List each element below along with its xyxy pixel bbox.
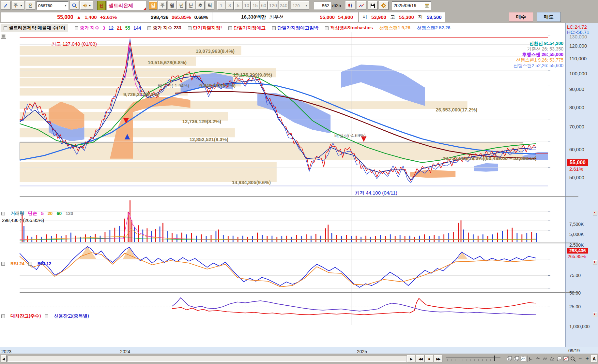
minute-button-1[interactable]: 1	[217, 1, 225, 10]
fibonacci-tool-icon[interactable]	[549, 356, 555, 362]
sell-button[interactable]: 매도	[537, 12, 561, 22]
checkbox-icon[interactable]	[228, 26, 232, 30]
pen-tool-icon[interactable]	[1, 1, 10, 10]
checkbox-icon[interactable]	[272, 26, 276, 30]
checkbox-icon[interactable]	[75, 26, 78, 30]
sound-button[interactable]: ▼	[80, 1, 93, 10]
minute-button-120[interactable]: 120	[268, 1, 278, 10]
bottom-toolbar: ◀ ▶ ◀◀ ■ ▶▶ − + A	[0, 354, 598, 364]
minute-button-15[interactable]: 15	[251, 1, 259, 10]
indicator-셀트리온제약 매물대 수(10)[interactable]: 셀트리온제약 매물대 수(10)	[1, 24, 68, 32]
price-change-pct: +2.61%	[100, 14, 117, 20]
rewind-button[interactable]: ◀◀	[416, 355, 424, 362]
dividend-annotation: 배당락(-4.69%)	[334, 133, 366, 138]
checkbox-icon[interactable]	[1, 212, 5, 215]
date-value: 2025/09/19	[393, 3, 416, 8]
chart-scrollbar[interactable]	[7, 356, 406, 362]
zoom-tool-icon[interactable]	[570, 356, 576, 362]
indicator-선행스팬1 9,26[interactable]: 선행스팬1 9,26	[379, 25, 410, 31]
trendline-tool-icon[interactable]	[535, 356, 541, 362]
checkbox-icon[interactable]	[1, 314, 5, 318]
checkbox-icon[interactable]	[28, 262, 32, 266]
duplicate-window-icon[interactable]	[513, 356, 520, 362]
cycle-button-초[interactable]: 초	[196, 1, 205, 10]
series-vol-ma20	[20, 229, 536, 240]
volume-current-text: 298,436주(265.85%)	[2, 218, 44, 223]
series-ma55	[20, 71, 536, 163]
resize-corner	[144, 7, 146, 10]
chart-settings-icon[interactable]	[563, 356, 569, 362]
indicator-단기과열지정![interactable]: 단기과열지정!	[188, 25, 222, 31]
series-ma144	[20, 83, 536, 160]
minute-button-3[interactable]: 3	[226, 1, 234, 10]
cycle-button-주[interactable]: 주	[158, 1, 167, 10]
stock-code-input[interactable]: 068760 ▼	[37, 1, 69, 10]
buy-button[interactable]: 매수	[509, 12, 533, 22]
indicator-선행스팬2 52,26[interactable]: 선행스팬2 52,26	[417, 25, 451, 31]
checkbox-icon[interactable]	[4, 26, 7, 30]
checkbox-icon[interactable]	[325, 26, 329, 30]
bar-count-input[interactable]: 562	[314, 2, 331, 9]
period-dropdown[interactable]: 주 ▼	[12, 1, 24, 10]
font-button[interactable]: A	[591, 355, 598, 362]
grid-tool-icon[interactable]	[1, 34, 6, 39]
cycle-button-월[interactable]: 월	[168, 1, 176, 10]
minute-button-10[interactable]: 10	[243, 1, 251, 10]
forward-button[interactable]: ▶▶	[434, 355, 442, 362]
cycle-button-년[interactable]: 년	[177, 1, 186, 10]
calendar-icon	[425, 3, 429, 8]
checkbox-icon[interactable]	[1, 262, 5, 266]
indicator-종가 지수 233[interactable]: 종가 지수 233	[147, 25, 181, 31]
minute-button-5[interactable]: 5	[234, 1, 242, 10]
play-button[interactable]: ▶	[407, 355, 415, 362]
chart-canvas[interactable]	[0, 23, 598, 347]
candle-chart-button[interactable]	[345, 1, 355, 10]
prev-button[interactable]: 전	[25, 1, 35, 10]
cycle-button-틱[interactable]: 틱	[206, 1, 214, 10]
scroll-left-button[interactable]: ◀	[1, 355, 7, 362]
volume-profile-label: 29,722,998(19.2%)(60,489.00 ~ 52,689.50)	[443, 156, 537, 161]
pane-menu-button[interactable]	[593, 211, 597, 215]
best-bid: 54,900	[338, 14, 353, 20]
pane-menu-button[interactable]	[593, 260, 597, 265]
indicator-단일가지정예고[interactable]: 단일가지정예고	[228, 25, 266, 31]
minute-button-60[interactable]: 60	[260, 1, 268, 10]
minute-button-240[interactable]: 240	[279, 1, 288, 10]
stop-button[interactable]: ■	[425, 355, 433, 362]
series-ma3-peak	[125, 44, 142, 96]
date-picker[interactable]: 2025/09/19	[392, 1, 431, 10]
stock-name-box[interactable]: 셀트리온제	[107, 1, 146, 10]
save-button[interactable]	[368, 1, 377, 10]
settings-button[interactable]	[379, 1, 389, 10]
annotation-tool-icon[interactable]	[556, 356, 562, 362]
minute-dropdown[interactable]: 120 ▼	[291, 1, 309, 10]
zoom-slider[interactable]	[446, 355, 503, 363]
checkbox-icon[interactable]	[45, 314, 48, 318]
series-vol-ma60	[20, 238, 536, 240]
cursor-tool-icon[interactable]	[527, 356, 534, 362]
cycle-button-일[interactable]: 일	[149, 1, 157, 10]
ichimoku-cloud	[341, 65, 425, 106]
zoom-in-button[interactable]: +	[584, 356, 590, 362]
indicator-종가 지수[interactable]: 종가 지수3122155144	[75, 25, 141, 31]
checkbox-icon[interactable]	[147, 26, 151, 30]
series-vol-ma5	[20, 212, 536, 240]
cycle-button-분[interactable]: 분	[187, 1, 195, 10]
line-chart-button[interactable]	[357, 1, 366, 10]
chart-region: LC:24.72HC:-56.71130,000120,000110,00010…	[0, 23, 598, 354]
series-ma12	[20, 48, 536, 180]
volume-rate: 265.85%	[172, 14, 191, 20]
search-button[interactable]	[70, 1, 79, 10]
new-window-icon[interactable]	[506, 356, 513, 362]
volume-profile-band	[20, 128, 235, 137]
volume-segment: 298,436 265.85% 0.68%	[121, 12, 212, 22]
legend-신용잔고(종목별): 신용잔고(종목별)	[54, 313, 89, 319]
zoom-out-button[interactable]: −	[577, 356, 583, 362]
pattern-box-icon[interactable]	[520, 356, 527, 362]
pane-menu-button[interactable]	[593, 313, 597, 317]
legend-거래량: 거래량	[10, 211, 24, 216]
indicator-적삼병&Stochastics[interactable]: 적삼병&Stochastics	[325, 25, 373, 31]
wave-tool-icon[interactable]	[542, 356, 548, 362]
indicator-단일가지정예고임박[interactable]: 단일가지정예고임박	[272, 25, 318, 31]
checkbox-icon[interactable]	[188, 26, 192, 30]
